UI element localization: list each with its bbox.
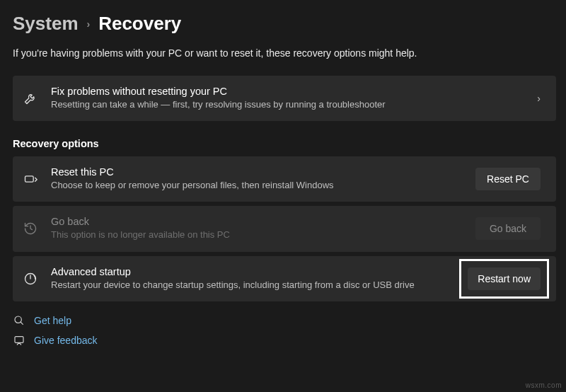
- get-help-link[interactable]: Get help: [34, 315, 71, 326]
- power-restart-icon: [23, 271, 38, 287]
- get-help-row[interactable]: Get help: [13, 314, 556, 327]
- goback-title: Go back: [51, 216, 463, 227]
- reset-subtitle: Choose to keep or remove your personal f…: [51, 179, 463, 192]
- help-links: Get help Give feedback: [13, 314, 556, 347]
- reset-title: Reset this PC: [51, 166, 463, 178]
- advanced-startup-card: Advanced startup Restart your device to …: [13, 256, 556, 301]
- fix-problems-card[interactable]: Fix problems without resetting your PC R…: [13, 76, 556, 121]
- breadcrumb-parent[interactable]: System: [13, 13, 79, 35]
- svg-rect-5: [15, 336, 23, 342]
- advanced-title: Advanced startup: [51, 266, 455, 277]
- restart-now-button[interactable]: Restart now: [468, 267, 541, 290]
- intro-text: If you're having problems with your PC o…: [13, 47, 556, 59]
- wrench-icon: [23, 91, 38, 106]
- goback-subtitle: This option is no longer available on th…: [51, 229, 463, 241]
- advanced-subtitle: Restart your device to change startup se…: [51, 279, 455, 292]
- feedback-link[interactable]: Give feedback: [34, 335, 98, 346]
- breadcrumb: System › Recovery: [13, 13, 556, 35]
- chevron-right-icon: ›: [537, 93, 541, 104]
- reset-pc-button[interactable]: Reset PC: [475, 168, 541, 190]
- help-icon: [13, 314, 25, 327]
- go-back-button: Go back: [475, 217, 541, 240]
- section-title: Recovery options: [13, 138, 556, 149]
- watermark: wsxm.com: [526, 381, 562, 389]
- feedback-row[interactable]: Give feedback: [13, 334, 556, 347]
- breadcrumb-current: Recovery: [98, 13, 181, 35]
- fix-title: Fix problems without resetting your PC: [51, 86, 524, 97]
- history-icon: [23, 221, 38, 236]
- chevron-right-icon: ›: [87, 18, 91, 30]
- go-back-card: Go back This option is no longer availab…: [13, 206, 556, 251]
- feedback-icon: [13, 334, 25, 347]
- reset-pc-card: Reset this PC Choose to keep or remove y…: [13, 156, 556, 202]
- svg-rect-0: [25, 176, 34, 182]
- svg-line-4: [21, 322, 23, 324]
- fix-subtitle: Resetting can take a while — first, try …: [51, 98, 524, 111]
- reset-icon: [23, 171, 38, 187]
